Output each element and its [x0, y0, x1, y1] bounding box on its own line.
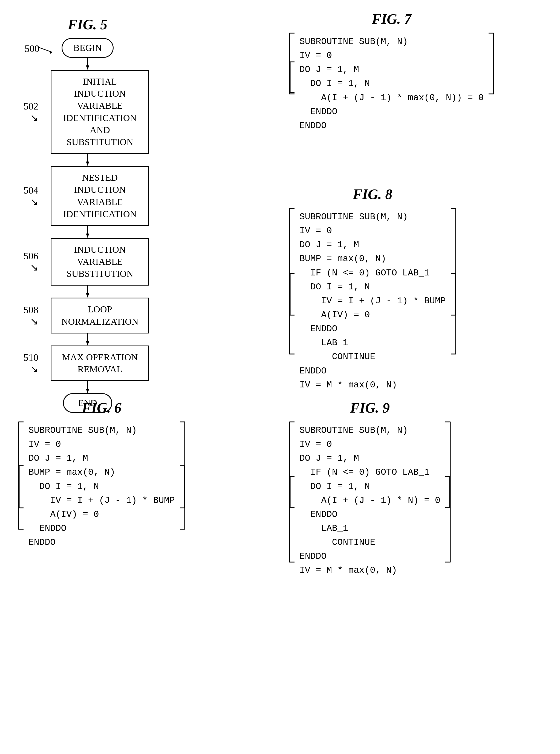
arrow-2: [83, 154, 92, 166]
arrow-3: [83, 226, 92, 238]
fig8-code: SUBROUTINE SUB(M, N) IV = 0 DO J = 1, M …: [295, 207, 450, 395]
step-508: LOOP NORMALIZATION: [51, 298, 149, 333]
fig8-code-wrap: SUBROUTINE SUB(M, N) IV = 0 DO J = 1, M …: [287, 207, 458, 395]
fig9-inner-bracket: [289, 476, 295, 509]
step-504-wrap: NESTED INDUCTIONVARIABLE IDENTIFICATION: [41, 166, 159, 226]
step-510-row: 510 ↘ MAX OPERATION REMOVAL: [16, 345, 159, 381]
fig6-area: FIG. 6 SUBROUTINE SUB(M, N) IV = 0 DO J …: [16, 400, 187, 552]
step-502-row: 502 ↘ INITIAL INDUCTION VARIABLEIDENTIFI…: [16, 70, 159, 154]
flowchart: 500 BEGIN 502 ↘ INITIAL INDUCTION VARIAB…: [16, 38, 159, 413]
ref-506: 506 ↘: [16, 250, 41, 273]
fig7-code: SUBROUTINE SUB(M, N) IV = 0 DO J = 1, M …: [295, 32, 488, 136]
step-506: INDUCTION VARIABLESUBSTITUTION: [51, 238, 149, 286]
ref-502: 502 ↘: [16, 100, 41, 123]
fig7-code-wrap: SUBROUTINE SUB(M, N) IV = 0 DO J = 1, M …: [287, 32, 496, 136]
ref500-arrow: [37, 44, 62, 58]
svg-marker-9: [86, 293, 89, 298]
step-506-wrap: INDUCTION VARIABLESUBSTITUTION: [41, 238, 159, 286]
fig6-code-block: SUBROUTINE SUB(M, N) IV = 0 DO J = 1, M …: [24, 421, 179, 552]
ref-504: 504 ↘: [16, 184, 41, 207]
fig7-inner-bracket: [289, 61, 295, 94]
arrow-4: [83, 285, 92, 298]
fig9-label: FIG. 9: [287, 400, 453, 416]
arrow-6: [83, 381, 92, 393]
fig5-label: FIG. 5: [16, 16, 159, 33]
fig8-label: FIG. 8: [287, 186, 458, 202]
step-506-row: 506 ↘ INDUCTION VARIABLESUBSTITUTION: [16, 238, 159, 286]
fig6-inner-bracket-right: [179, 464, 185, 509]
step-504: NESTED INDUCTIONVARIABLE IDENTIFICATION: [51, 166, 149, 226]
fig9-code: SUBROUTINE SUB(M, N) IV = 0 DO J = 1, M …: [295, 421, 445, 580]
step-502: INITIAL INDUCTION VARIABLEIDENTIFICATION…: [51, 70, 149, 154]
fig9-inner-bracket-right: [445, 476, 451, 509]
step-504-row: 504 ↘ NESTED INDUCTIONVARIABLE IDENTIFIC…: [16, 166, 159, 226]
svg-marker-7: [86, 234, 89, 238]
svg-marker-11: [86, 341, 89, 345]
step-510-wrap: MAX OPERATION REMOVAL: [41, 345, 159, 381]
ref-510: 510 ↘: [16, 352, 41, 375]
fig7-label: FIG. 7: [287, 11, 496, 27]
fig6-code: SUBROUTINE SUB(M, N) IV = 0 DO J = 1, M …: [24, 421, 179, 552]
begin-node: BEGIN: [62, 38, 114, 58]
svg-marker-13: [86, 389, 89, 393]
step-502-wrap: INITIAL INDUCTION VARIABLEIDENTIFICATION…: [41, 70, 159, 154]
svg-marker-1: [49, 51, 52, 54]
step-508-row: 508 ↘ LOOP NORMALIZATION: [16, 298, 159, 333]
step-510: MAX OPERATION REMOVAL: [51, 345, 149, 381]
arrow-5: [83, 334, 92, 345]
fig6-code-wrap: SUBROUTINE SUB(M, N) IV = 0 DO J = 1, M …: [16, 421, 187, 552]
arrow-1: [83, 58, 92, 70]
fig8-area: FIG. 8 SUBROUTINE SUB(M, N) IV = 0 DO J …: [287, 186, 458, 395]
fig7-outer-bracket-right: [488, 32, 496, 95]
fig6-label: FIG. 6: [16, 400, 187, 416]
fig6-inner-bracket: [18, 464, 24, 509]
svg-marker-5: [86, 161, 89, 166]
fig8-inner-bracket: [289, 273, 295, 316]
fig9-code-wrap: SUBROUTINE SUB(M, N) IV = 0 DO J = 1, M …: [287, 421, 453, 580]
fig9-code-block: SUBROUTINE SUB(M, N) IV = 0 DO J = 1, M …: [295, 421, 445, 580]
fig5-area: FIG. 5 500 BEGIN 502 ↘ INITIAL INDUCTION…: [16, 16, 159, 413]
step-508-wrap: LOOP NORMALIZATION: [41, 298, 159, 333]
fig7-code-block: SUBROUTINE SUB(M, N) IV = 0 DO J = 1, M …: [295, 32, 488, 136]
fig9-area: FIG. 9 SUBROUTINE SUB(M, N) IV = 0 DO J …: [287, 400, 453, 580]
ref-508: 508 ↘: [16, 304, 41, 327]
fig8-inner-bracket-right: [450, 273, 456, 316]
fig7-area: FIG. 7 SUBROUTINE SUB(M, N) IV = 0 DO J …: [287, 11, 496, 136]
svg-marker-3: [86, 65, 89, 70]
fig8-code-block: SUBROUTINE SUB(M, N) IV = 0 DO J = 1, M …: [295, 207, 450, 395]
